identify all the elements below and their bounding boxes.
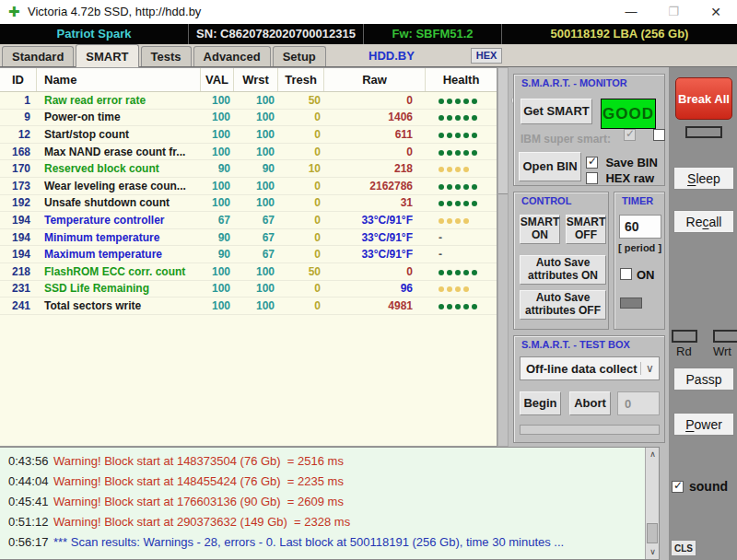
hex-button[interactable]: HEX: [471, 48, 502, 64]
cell-val: 67: [201, 214, 234, 227]
test-type-dropdown[interactable]: Off-line data collect ∨: [520, 356, 660, 380]
health-indicator: [426, 180, 497, 192]
log-line: 0:44:04Warning! Block start at 148455424…: [0, 471, 659, 491]
drive-serial: SN: C8620782020700012315: [189, 24, 364, 44]
health-dot-icon: [463, 286, 469, 292]
auto-save-off-button[interactable]: Auto Save attributes OFF: [520, 290, 606, 320]
column-header-val[interactable]: VAL: [201, 68, 234, 91]
smart-off-button[interactable]: SMART OFF: [566, 215, 606, 244]
table-row[interactable]: 9Power-on time10010001406: [0, 110, 497, 127]
column-header-tresh[interactable]: Tresh: [278, 68, 324, 91]
open-bin-button[interactable]: Open BIN: [519, 152, 581, 181]
health-dot-icon: [463, 115, 469, 121]
log-scrollbar-thumb[interactable]: [647, 523, 658, 543]
sound-checkbox[interactable]: [672, 481, 684, 493]
tab-tests[interactable]: Tests: [141, 46, 192, 66]
column-header-raw[interactable]: Raw: [324, 68, 426, 91]
log-message: *** Scan results: Warnings - 28, errors …: [53, 535, 564, 549]
save-bin-checkbox[interactable]: [586, 157, 598, 169]
read-led-label: Rd: [676, 344, 692, 358]
table-row[interactable]: 173Wear leveling erase coun...1001000216…: [0, 178, 497, 195]
tab-smart[interactable]: SMART: [76, 44, 138, 67]
table-row[interactable]: 170Reserved block count909010218: [0, 160, 497, 178]
cell-raw: 0: [324, 94, 426, 107]
cell-raw: 96: [324, 282, 426, 295]
table-row[interactable]: 231SSD Life Remaining100100096: [0, 281, 497, 298]
minimize-button[interactable]: —: [610, 0, 652, 24]
cell-name: Wear leveling erase coun...: [37, 180, 201, 192]
log-message: Warning! Block start at 148455424 (76 Gb…: [53, 474, 344, 488]
tab-advanced[interactable]: Advanced: [193, 46, 271, 66]
cell-raw: 218: [324, 162, 426, 175]
log-message: Warning! Block start at 148373504 (76 Gb…: [53, 454, 344, 468]
table-row[interactable]: 194Maximum temperature9067033°C/91°F-: [0, 246, 497, 263]
health-dot-icon: [463, 167, 469, 172]
table-row[interactable]: 192Unsafe shutdown count100100031: [0, 195, 497, 213]
log-timestamp: 0:44:04: [0, 474, 53, 488]
tab-setup[interactable]: Setup: [273, 46, 326, 66]
cell-name: Raw read error rate: [37, 94, 201, 107]
column-header-wrst[interactable]: Wrst: [234, 68, 278, 91]
health-status-badge: GOOD: [601, 99, 656, 129]
power-button[interactable]: Power: [673, 413, 734, 436]
cell-val: 100: [201, 128, 234, 141]
cell-tresh: 0: [278, 299, 324, 312]
cell-name: FlashROM ECC corr. count: [37, 265, 201, 278]
log-timestamp: 0:51:12: [0, 515, 53, 529]
passp-button[interactable]: Passp: [673, 368, 734, 391]
break-all-button[interactable]: Break All: [675, 77, 732, 120]
health-dot-icon: [455, 115, 461, 121]
health-dot-icon: [439, 270, 444, 275]
table-row[interactable]: 194Minimum temperature9067033°C/91°F-: [0, 229, 497, 247]
table-scrollbar[interactable]: [497, 67, 509, 447]
column-header-name[interactable]: Name: [37, 68, 201, 91]
recall-button[interactable]: Recall: [673, 210, 734, 233]
table-row[interactable]: 1Raw read error rate100100500: [0, 92, 497, 110]
hex-raw-checkbox[interactable]: [586, 172, 598, 184]
abort-button[interactable]: Abort: [569, 391, 611, 415]
cell-val: 100: [201, 111, 234, 123]
cell-tresh: 0: [278, 111, 324, 123]
column-header-id[interactable]: ID: [0, 68, 37, 91]
health-dot-icon: [447, 115, 452, 121]
table-row[interactable]: 218FlashROM ECC corr. count100100500: [0, 263, 497, 281]
maximize-button[interactable]: ❐: [652, 0, 695, 24]
cell-tresh: 0: [278, 214, 324, 227]
sleep-button[interactable]: Sleep: [673, 167, 734, 190]
auto-save-on-button[interactable]: Auto Save attributes ON: [520, 255, 606, 285]
health-dot-icon: [455, 184, 461, 190]
log-timestamp: 0:43:56: [0, 454, 53, 468]
health-indicator: [426, 128, 497, 141]
health-dot-icon: [439, 304, 444, 309]
scroll-down-icon[interactable]: ∨: [646, 545, 660, 559]
table-row[interactable]: 168Max NAND erase count fr...10010000: [0, 144, 497, 161]
table-row[interactable]: 194Temperature controller6767033°C/91°F: [0, 212, 497, 229]
health-dot-icon: [455, 150, 461, 156]
table-scrollbar-thumb[interactable]: [498, 193, 508, 446]
cell-raw: 4981: [324, 299, 426, 312]
get-smart-button[interactable]: Get SMART: [521, 99, 592, 124]
timer-period-input[interactable]: [619, 215, 661, 239]
cell-val: 90: [201, 231, 234, 244]
ibm-extra-checkbox[interactable]: [653, 129, 665, 141]
smart-on-button[interactable]: SMART ON: [520, 215, 560, 244]
ibm-super-smart-label: IBM super smart:: [521, 133, 611, 146]
column-header-health[interactable]: Health: [426, 68, 497, 91]
side-panel: Break All Sleep Recall Rd Wrt Passp Powe…: [669, 67, 737, 560]
health-dot-icon: [463, 270, 469, 275]
cell-wrst: 100: [234, 94, 278, 107]
cell-id: 192: [0, 196, 37, 209]
table-row[interactable]: 241Total sectors write10010004981: [0, 298, 497, 315]
cell-name: Temperature controller: [37, 214, 201, 227]
tab-standard[interactable]: Standard: [2, 46, 74, 66]
timer-on-checkbox[interactable]: [620, 268, 632, 280]
cls-button[interactable]: CLS: [671, 540, 696, 556]
close-button[interactable]: ✕: [695, 0, 737, 24]
cell-wrst: 67: [234, 214, 278, 227]
health-dot-icon: [439, 184, 444, 190]
scroll-up-icon[interactable]: ∧: [646, 448, 660, 461]
log-scrollbar[interactable]: ∧ ∨: [645, 448, 659, 559]
table-row[interactable]: 12Start/stop count1001000611: [0, 126, 497, 144]
chevron-down-icon[interactable]: ∨: [640, 362, 659, 375]
begin-button[interactable]: Begin: [520, 391, 561, 415]
